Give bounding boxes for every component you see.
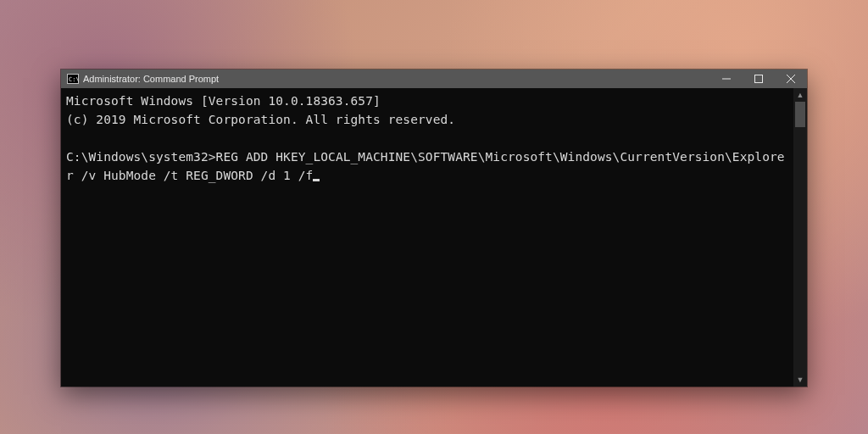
desktop-background: C:\ Administrator: Command Prompt Micros… [0,0,868,434]
cmd-icon: C:\ [64,74,81,84]
command-prompt-window: C:\ Administrator: Command Prompt Micros… [61,70,807,387]
titlebar[interactable]: C:\ Administrator: Command Prompt [61,70,807,88]
terminal-output[interactable]: Microsoft Windows [Version 10.0.18363.65… [66,92,792,383]
copyright-line: (c) 2019 Microsoft Corporation. All righ… [66,110,792,129]
svg-text:C:\: C:\ [69,76,79,83]
svg-rect-4 [755,75,763,83]
vertical-scrollbar[interactable]: ▲ ▼ [793,88,807,387]
scroll-thumb[interactable] [795,102,805,127]
scroll-up-button[interactable]: ▲ [793,88,807,102]
banner-line: Microsoft Windows [Version 10.0.18363.65… [66,92,792,110]
text-cursor [313,179,320,181]
prompt-line: C:\Windows\system32>REG ADD HKEY_LOCAL_M… [66,147,792,185]
terminal-client-area: Microsoft Windows [Version 10.0.18363.65… [61,88,807,387]
minimize-button[interactable] [710,70,743,88]
scroll-down-button[interactable]: ▼ [793,373,807,387]
window-title: Administrator: Command Prompt [81,74,219,84]
svg-rect-3 [722,79,731,80]
maximize-button[interactable] [743,70,775,88]
blank-line [66,129,792,147]
prompt-text: C:\Windows\system32> [66,150,216,164]
close-button[interactable] [775,70,807,88]
